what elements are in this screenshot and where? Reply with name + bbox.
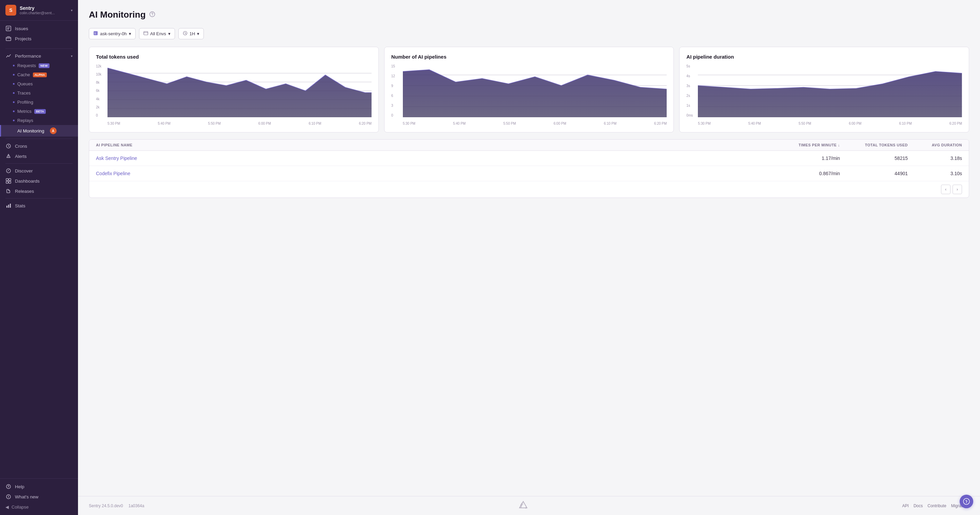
sidebar-item-projects[interactable]: Projects bbox=[0, 33, 78, 44]
docs-link[interactable]: Docs bbox=[913, 504, 923, 508]
prev-page-button[interactable]: ‹ bbox=[941, 185, 950, 194]
svg-rect-7 bbox=[6, 179, 8, 181]
sidebar-item-dashboards[interactable]: Dashboards bbox=[0, 176, 78, 186]
sidebar-item-traces[interactable]: Traces bbox=[0, 89, 78, 98]
duration-chart-title: AI pipeline duration bbox=[686, 54, 962, 60]
filter-bar: S ask-sentry-0h ▾ All Envs ▾ 1H ▾ bbox=[89, 28, 969, 39]
chevron-down-icon: ▾ bbox=[71, 8, 73, 12]
tokens-x-axis: 5:30 PM 5:40 PM 5:50 PM 6:00 PM 6:10 PM … bbox=[108, 122, 372, 125]
page-header: AI Monitoring bbox=[89, 10, 969, 20]
sidebar-item-whats-new[interactable]: What's new bbox=[0, 491, 78, 502]
metrics-badge: beta bbox=[34, 109, 46, 114]
sidebar-item-replays[interactable]: Replays bbox=[0, 116, 78, 125]
sidebar-item-releases[interactable]: Releases bbox=[0, 186, 78, 196]
svg-point-17 bbox=[150, 11, 154, 17]
ai-badge: A bbox=[50, 127, 57, 134]
performance-icon bbox=[5, 53, 11, 59]
stats-label: Stats bbox=[15, 203, 25, 208]
crons-label: Crons bbox=[15, 144, 27, 149]
pipelines-chart-svg bbox=[403, 64, 667, 117]
tokens-chart-svg bbox=[108, 64, 372, 117]
svg-rect-12 bbox=[8, 204, 9, 208]
table-row: Ask Sentry Pipeline 1.17/min 58215 3.18s bbox=[89, 151, 969, 166]
pipelines-chart-area: 15 12 9 6 3 0 bbox=[391, 64, 667, 125]
time-filter[interactable]: 1H ▾ bbox=[178, 28, 204, 39]
next-page-button[interactable]: › bbox=[953, 185, 962, 194]
pipelines-chart-title: Number of AI pipelines bbox=[391, 54, 667, 60]
divider-3 bbox=[5, 163, 73, 164]
sidebar-item-performance[interactable]: Performance ▾ bbox=[0, 51, 78, 61]
svg-point-15 bbox=[8, 488, 8, 488]
collapse-button[interactable]: ◀ Collapse bbox=[0, 502, 78, 512]
sidebar-item-help[interactable]: Help bbox=[0, 482, 78, 491]
svg-rect-21 bbox=[144, 32, 148, 35]
sidebar-item-stats[interactable]: Stats bbox=[0, 201, 78, 211]
requests-dot bbox=[13, 65, 14, 67]
releases-icon bbox=[5, 189, 11, 194]
requests-label: Requests bbox=[17, 63, 36, 68]
sidebar-item-cache[interactable]: Cache alpha bbox=[0, 70, 78, 79]
page-title: AI Monitoring bbox=[89, 10, 146, 20]
project-filter-label: ask-sentry-0h bbox=[100, 31, 127, 36]
discover-label: Discover bbox=[15, 168, 33, 173]
sidebar-item-profiling[interactable]: Profiling bbox=[0, 98, 78, 107]
profiling-label: Profiling bbox=[17, 100, 33, 105]
svg-point-41 bbox=[966, 503, 967, 504]
releases-label: Releases bbox=[15, 189, 34, 194]
pipeline-link-codefix[interactable]: Codefix Pipeline bbox=[96, 171, 765, 176]
duration-cell-1: 3.10s bbox=[908, 171, 962, 176]
sidebar-item-queues[interactable]: Queues bbox=[0, 79, 78, 89]
queues-label: Queues bbox=[17, 81, 33, 86]
dashboards-icon bbox=[5, 178, 11, 184]
sentry-logo-footer bbox=[519, 501, 528, 511]
projects-icon bbox=[5, 36, 11, 41]
tokens-y-axis: 12k 10k 8k 6k 4k 2k 0 bbox=[96, 64, 107, 117]
env-filter[interactable]: All Envs ▾ bbox=[139, 28, 175, 39]
org-header[interactable]: S Sentry colin.chartier@sent... ▾ bbox=[0, 0, 78, 21]
whats-new-label: What's new bbox=[15, 494, 38, 499]
crons-icon bbox=[5, 143, 11, 149]
metrics-dot bbox=[13, 111, 14, 112]
sidebar-item-discover[interactable]: Discover bbox=[0, 166, 78, 176]
cache-badge: alpha bbox=[33, 73, 47, 77]
time-filter-label: 1H bbox=[189, 31, 195, 36]
requests-badge: new bbox=[39, 63, 49, 68]
page-help-icon[interactable] bbox=[149, 11, 155, 19]
org-info: Sentry colin.chartier@sent... bbox=[20, 5, 67, 15]
duration-chart-card: AI pipeline duration 5s 4s 3s 2s 1s 0ms bbox=[679, 47, 969, 133]
sidebar-item-requests[interactable]: Requests new bbox=[0, 61, 78, 70]
svg-marker-34 bbox=[698, 71, 962, 117]
discover-icon bbox=[5, 168, 11, 173]
sentry-commit: 1a0364a bbox=[129, 504, 145, 508]
project-filter[interactable]: S ask-sentry-0h ▾ bbox=[89, 28, 136, 39]
api-link[interactable]: API bbox=[902, 504, 909, 508]
help-float-button[interactable] bbox=[960, 495, 973, 508]
sidebar-item-crons[interactable]: Crons bbox=[0, 141, 78, 151]
tokens-cell-0: 58215 bbox=[840, 155, 908, 161]
tokens-chart-card: Total tokens used 12k 10k 8k 6k 4k 2k 0 bbox=[89, 47, 379, 133]
issues-icon bbox=[5, 26, 11, 31]
sidebar-item-metrics[interactable]: Metrics beta bbox=[0, 107, 78, 116]
sidebar-item-label: Issues bbox=[15, 26, 28, 31]
pipeline-link-ask-sentry[interactable]: Ask Sentry Pipeline bbox=[96, 155, 765, 161]
replays-label: Replays bbox=[17, 118, 33, 123]
project-chevron-icon: ▾ bbox=[129, 31, 131, 36]
stats-icon bbox=[5, 203, 11, 208]
col-tokens: TOTAL TOKENS USED bbox=[840, 143, 908, 147]
main-area: AI Monitoring S ask-sentry-0h ▾ All Envs… bbox=[78, 0, 980, 515]
collapse-arrow-icon: ◀ bbox=[5, 504, 9, 510]
pipelines-x-axis: 5:30 PM 5:40 PM 5:50 PM 6:00 PM 6:10 PM … bbox=[403, 122, 667, 125]
sidebar-item-issues[interactable]: Issues bbox=[0, 24, 78, 33]
env-chevron-icon: ▾ bbox=[168, 31, 170, 36]
queues-dot bbox=[13, 83, 14, 85]
sidebar-item-alerts[interactable]: Alerts bbox=[0, 151, 78, 161]
help-label: Help bbox=[15, 484, 24, 489]
sidebar-item-ai-monitoring[interactable]: AI Monitoring A bbox=[0, 125, 78, 136]
sidebar-item-label: Projects bbox=[15, 36, 32, 41]
svg-marker-23 bbox=[108, 68, 372, 117]
help-icon bbox=[5, 484, 11, 489]
replays-dot bbox=[13, 120, 14, 121]
contribute-link[interactable]: Contribute bbox=[928, 504, 946, 508]
svg-rect-13 bbox=[10, 204, 11, 208]
col-tpm[interactable]: TIMES PER MINUTE ↓ bbox=[765, 143, 840, 147]
